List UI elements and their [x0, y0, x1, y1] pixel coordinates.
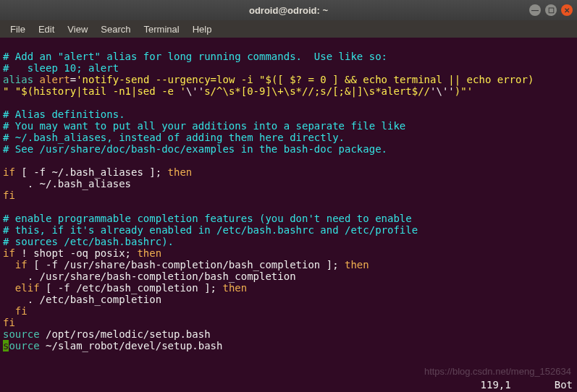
keyword: then — [345, 259, 369, 270]
menu-file[interactable]: File — [4, 22, 31, 36]
comment-line: # ~/.bash_aliases, instead of adding the… — [3, 132, 345, 143]
menu-help[interactable]: Help — [187, 22, 218, 36]
string: s/^\s*[0-9]\+\s*//;s/[;&|]\s*alert$// — [204, 85, 430, 97]
keyword: elif — [3, 282, 40, 294]
comment-line: # sources /etc/bash.bashrc). — [3, 236, 174, 247]
cursor-position: 119,1 — [481, 379, 511, 391]
menu-search[interactable]: Search — [95, 22, 136, 36]
comment-line: # Alias definitions. — [3, 108, 125, 120]
cond: ! shopt -oq posix; — [15, 247, 138, 259]
string: 'notify-send --urgency=low -i "$([ $? = … — [76, 74, 534, 85]
keyword: fi — [3, 305, 28, 317]
cond: [ -f ~/.bash_aliases ]; — [15, 166, 168, 178]
cond: [ -f /etc/bash_completion ]; — [40, 282, 223, 294]
scroll-location: Bot — [555, 379, 573, 391]
menu-view[interactable]: View — [62, 22, 93, 36]
keyword: if — [3, 259, 28, 270]
maximize-icon[interactable]: ☐ — [545, 4, 557, 16]
path: ~/slam_robot/devel/setup.bash — [40, 340, 223, 351]
keyword: source — [3, 328, 40, 340]
keyword: fi — [3, 317, 15, 328]
titlebar: odroid@odroid: ~ — ☐ ✕ — [0, 0, 577, 20]
vim-status: 119,1 Bot — [481, 379, 573, 391]
keyword: alias — [3, 74, 40, 85]
keyword: fi — [3, 189, 15, 201]
escape: \'' — [186, 85, 204, 97]
comment-line: # See /usr/share/doc/bash-doc/examples i… — [3, 143, 387, 155]
string: " "$(history|tail -n1|sed -e ' — [3, 85, 186, 97]
watermark: https://blog.csdn.net/meng_152634 — [424, 366, 571, 378]
comment-line: # this, if it's already enabled in /etc/… — [3, 224, 418, 236]
comment-line: # enable programmable completion feature… — [3, 213, 412, 224]
comment-line: # Add an "alert" alias for long running … — [3, 51, 387, 62]
menu-terminal[interactable]: Terminal — [138, 22, 185, 36]
code-line: . /usr/share/bash-completion/bash_comple… — [3, 270, 296, 282]
comment-line: # You may want to put all your additions… — [3, 120, 405, 132]
comment-line: # sleep 10; alert — [3, 62, 119, 74]
keyword: then — [137, 247, 161, 259]
path: /opt/ros/melodic/setup.bash — [40, 328, 211, 340]
cond: [ -f /usr/share/bash-completion/bash_com… — [28, 259, 345, 270]
alias-name: alert — [40, 74, 70, 85]
keyword: ource — [9, 340, 39, 351]
menubar: File Edit View Search Terminal Help — [0, 20, 577, 38]
escape: '\'' — [430, 85, 455, 97]
minimize-icon[interactable]: — — [529, 4, 541, 16]
keyword: if — [3, 166, 15, 178]
window-title: odroid@odroid: ~ — [249, 5, 328, 16]
terminal-content[interactable]: # Add an "alert" alias for long running … — [0, 38, 577, 392]
keyword: then — [168, 166, 193, 178]
keyword: if — [3, 247, 15, 259]
string: ' — [467, 85, 473, 97]
op: = — [70, 74, 76, 85]
close-icon[interactable]: ✕ — [561, 4, 573, 16]
window-controls: — ☐ ✕ — [529, 4, 573, 16]
menu-edit[interactable]: Edit — [33, 22, 60, 36]
code-line: . ~/.bash_aliases — [3, 178, 131, 189]
keyword: then — [222, 282, 247, 294]
string: )" — [455, 85, 467, 97]
code-line: . /etc/bash_completion — [3, 294, 161, 305]
